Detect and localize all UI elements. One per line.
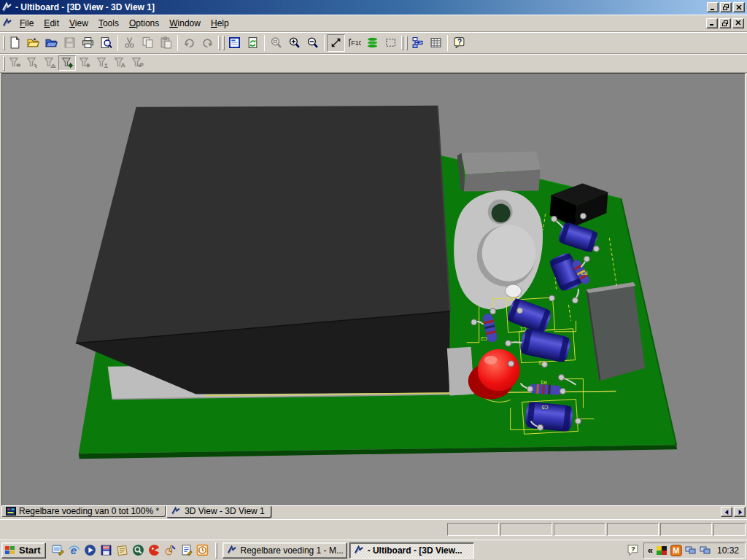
print-button[interactable]: [79, 34, 97, 52]
restore-icon: [723, 4, 729, 10]
floppy-app-icon[interactable]: [99, 543, 114, 558]
refresh-view-button[interactable]: [244, 34, 262, 52]
toolbar-grip[interactable]: [401, 36, 403, 50]
tray-network-1-icon[interactable]: [685, 545, 697, 556]
zoom-in-button[interactable]: [285, 34, 303, 52]
toolbar-grip[interactable]: [3, 56, 5, 71]
status-panel: [660, 523, 712, 536]
paste-button[interactable]: [157, 34, 175, 52]
relay-gray-box: [457, 152, 541, 192]
redo-button[interactable]: [198, 34, 217, 52]
tray-chevrons[interactable]: «: [648, 545, 653, 556]
paste-icon: [160, 36, 172, 49]
filter-wires-button[interactable]: [23, 55, 41, 71]
label-c5: C5: [541, 405, 548, 410]
menu-options[interactable]: Options: [124, 16, 164, 31]
tab-design-sheet[interactable]: Regelbare voeding van 0 tot 100% *: [1, 506, 166, 517]
browser-red-icon[interactable]: [147, 543, 162, 558]
viewport-3d[interactable]: C1 C3 R1 C5 C2 R3: [1, 73, 746, 506]
new-button[interactable]: [6, 34, 24, 52]
menu-edit[interactable]: Edit: [39, 16, 64, 31]
media-player-icon[interactable]: [83, 543, 98, 558]
cut-icon: [123, 36, 136, 49]
minimize-button[interactable]: [707, 2, 719, 12]
filter-footprints-button[interactable]: [93, 55, 111, 71]
multisim-app-icon: [227, 545, 238, 556]
save-button[interactable]: [61, 34, 79, 52]
ultiboard-logo-icon: [171, 506, 182, 516]
filter-pads-button[interactable]: [6, 55, 23, 71]
filter-symbols-button[interactable]: [76, 55, 93, 71]
task-button-label: Regelbare voeding 1 - M...: [240, 545, 342, 556]
svg-text:M: M: [673, 546, 679, 555]
taskbar-divider[interactable]: [215, 542, 217, 559]
menu-window[interactable]: Window: [164, 16, 206, 31]
label-r3: R3: [581, 271, 587, 276]
mdi-close-button[interactable]: [732, 18, 744, 28]
journal-icon[interactable]: [179, 543, 194, 558]
filter-text-button[interactable]: [111, 55, 128, 71]
toolbar-grip[interactable]: [222, 36, 225, 50]
label-r1: R1: [540, 380, 546, 385]
minimize-icon: [709, 20, 715, 26]
tray-network-2-icon[interactable]: [700, 545, 711, 556]
notes-icon[interactable]: [115, 543, 130, 558]
selection-rectangle-button[interactable]: [382, 34, 400, 52]
close-button[interactable]: [733, 2, 745, 12]
filter-text-icon: [114, 57, 126, 69]
menu-view[interactable]: View: [64, 16, 93, 31]
help-bubble-icon[interactable]: ?: [626, 543, 640, 558]
task-button-ultiboard[interactable]: - Ultiboard - [3D View...: [349, 542, 474, 559]
ultiboard-window: - Ultiboard - [3D View - 3D View 1] File…: [0, 0, 747, 560]
menu-tools[interactable]: Tools: [93, 16, 124, 31]
filter-parts-button[interactable]: [58, 55, 76, 71]
full-screen-button[interactable]: [225, 34, 244, 52]
tray-area: ? « M 10:32: [626, 542, 746, 559]
mdi-minimize-button[interactable]: [706, 18, 718, 28]
menu-help[interactable]: Help: [206, 16, 234, 31]
print-preview-button[interactable]: [97, 34, 115, 52]
write-hand-icon[interactable]: [163, 543, 178, 558]
pan-move-button[interactable]: [327, 34, 345, 52]
status-panel: [500, 523, 552, 536]
start-label: Start: [19, 545, 41, 556]
toolbar-separator: [264, 35, 265, 51]
mdi-restore-button[interactable]: [719, 18, 731, 28]
filter-groups-button[interactable]: [128, 55, 146, 71]
task-button-multisim[interactable]: Regelbare voeding 1 - M...: [222, 542, 347, 559]
tray-color-grid-icon[interactable]: [656, 545, 667, 556]
pcb-3d-scene[interactable]: C1 C3 R1 C5 C2 R3: [2, 74, 745, 505]
scheduler-icon[interactable]: [196, 543, 210, 558]
zoom-out-button[interactable]: [303, 34, 322, 52]
tab-scroll-right-button[interactable]: [734, 507, 746, 517]
layers-button[interactable]: [363, 34, 382, 52]
tab-scroll-left-button[interactable]: [721, 507, 732, 517]
undo-button[interactable]: [180, 34, 198, 52]
dimension-f10-button[interactable]: F10: [345, 34, 363, 52]
filter-shapes-button[interactable]: [41, 55, 58, 71]
toolbar-grip[interactable]: [218, 36, 220, 50]
open-project-button[interactable]: [42, 34, 61, 52]
open-button[interactable]: [24, 34, 42, 52]
system-tray: « M 10:32: [643, 542, 746, 559]
internet-explorer-icon[interactable]: e: [67, 543, 82, 558]
toolbar-filter: [0, 54, 747, 73]
tray-m-icon[interactable]: M: [670, 545, 682, 556]
show-desktop-icon[interactable]: [51, 543, 66, 558]
copy-button[interactable]: [139, 34, 157, 52]
spreadsheet-view-button[interactable]: [427, 34, 445, 52]
tab-3d-view[interactable]: 3D View - 3D View 1: [166, 506, 271, 518]
selection-rectangle-icon: [384, 36, 397, 49]
help-button[interactable]: ?: [450, 34, 468, 52]
toolbar-grip[interactable]: [3, 36, 5, 50]
toolbar-grip[interactable]: [406, 36, 408, 50]
search-green-icon[interactable]: [131, 543, 146, 558]
menu-file[interactable]: File: [15, 16, 39, 31]
zoom-window-button[interactable]: [267, 34, 285, 52]
refresh-icon: [247, 36, 259, 49]
tray-clock: 10:32: [717, 545, 739, 556]
restore-button[interactable]: [720, 2, 732, 12]
database-hierarchy-button[interactable]: [409, 34, 427, 52]
cut-button[interactable]: [120, 34, 139, 52]
start-button[interactable]: Start: [1, 542, 46, 559]
